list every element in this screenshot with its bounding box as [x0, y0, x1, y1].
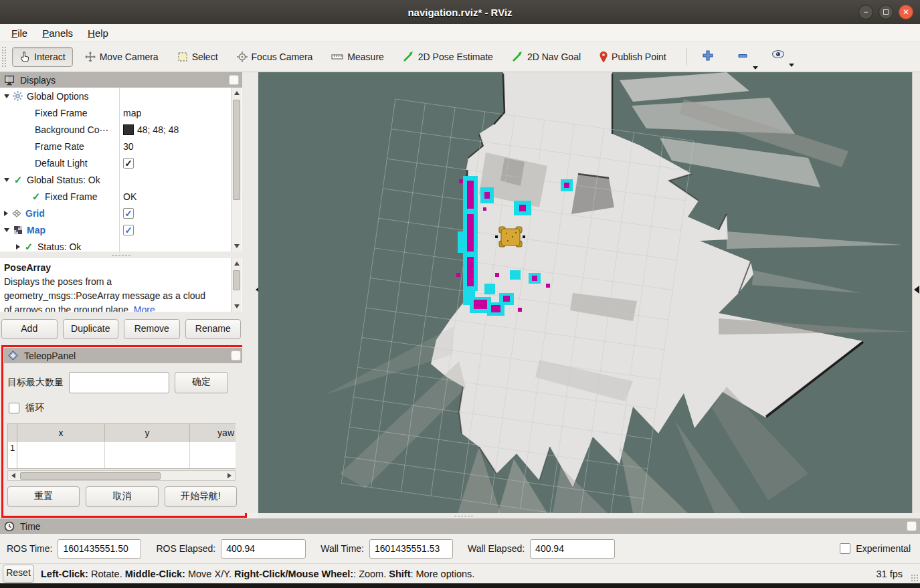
scroll-left-icon[interactable] [11, 473, 15, 478]
tool-focus-camera[interactable]: Focus Camera [230, 47, 320, 66]
scroll-thumb[interactable] [20, 472, 161, 480]
scroll-down-icon[interactable] [234, 244, 240, 248]
camera-view-button[interactable] [769, 47, 788, 64]
displays-panel-header[interactable]: Displays [0, 72, 242, 88]
description-title: PoseArray [4, 261, 226, 275]
tree-scrollbar[interactable] [231, 88, 242, 252]
tool-2d-nav-goal[interactable]: 2D Nav Goal [505, 47, 587, 66]
tool-interact[interactable]: Interact [12, 47, 73, 67]
zoom-out-button[interactable] [734, 47, 751, 67]
confirm-button[interactable]: 确定 [175, 372, 228, 393]
scroll-right-icon[interactable] [227, 473, 232, 478]
titlebar[interactable]: navigation.rviz* - RViz − ✕ [0, 0, 920, 24]
scroll-thumb[interactable] [233, 270, 240, 290]
tree-row-global-options[interactable]: Global Options [0, 88, 242, 104]
color-swatch[interactable] [123, 124, 134, 135]
tree-row-status-fixed-frame[interactable]: ✓ Fixed Frame OK [0, 188, 242, 205]
scroll-up-icon[interactable] [234, 262, 240, 266]
cancel-button[interactable]: 取消 [86, 486, 158, 507]
corner-header [8, 424, 17, 441]
panel-float-button[interactable] [907, 521, 917, 531]
maximize-button[interactable] [879, 5, 893, 19]
property-label: Fixed Frame [35, 108, 88, 118]
more-link[interactable]: More... [134, 304, 163, 312]
property-value[interactable]: 48; 48; 48 [137, 124, 179, 135]
tree-row-map-status[interactable]: ✓ Status: Ok [0, 238, 242, 252]
zoom-in-button[interactable] [699, 47, 717, 67]
remove-button[interactable]: Remove [124, 319, 180, 339]
panel-float-button[interactable] [231, 351, 241, 361]
tool-measure[interactable]: Measure [325, 47, 390, 66]
reset-goals-button[interactable]: 重置 [7, 486, 80, 507]
ros-time-input[interactable] [58, 539, 141, 559]
checkbox-default-light[interactable]: ✓ [123, 158, 134, 169]
dock-splitter-left[interactable] [242, 72, 258, 513]
tree-row-default-light[interactable]: Default Light ✓ [0, 155, 242, 171]
column-header-x[interactable]: x [17, 424, 105, 441]
add-button[interactable]: Add [1, 319, 58, 339]
experimental-checkbox[interactable] [840, 543, 850, 554]
tool-2d-pose-estimate[interactable]: 2D Pose Estimate [396, 47, 500, 66]
rename-button[interactable]: Rename [185, 319, 242, 339]
cell-x[interactable] [17, 442, 105, 468]
ros-elapsed-input[interactable] [221, 539, 306, 559]
property-value[interactable]: 30 [123, 141, 134, 152]
row-header[interactable]: 1 [8, 442, 17, 468]
checkbox-map[interactable]: ✓ [123, 225, 134, 235]
tree-row-fixed-frame[interactable]: Fixed Frame map [0, 104, 242, 121]
resize-grip[interactable] [911, 574, 919, 582]
expander-icon[interactable] [4, 211, 8, 216]
crosshair-icon [237, 52, 248, 62]
loop-checkbox[interactable] [9, 403, 19, 413]
menu-panels[interactable]: Panels [35, 26, 80, 40]
reset-button[interactable]: Reset [3, 565, 34, 583]
toolbar-drag-handle[interactable] [1, 46, 7, 68]
table-hscrollbar[interactable] [7, 470, 236, 481]
splitter-dots [111, 254, 131, 256]
menu-file[interactable]: File [4, 26, 35, 40]
scroll-down-icon[interactable] [234, 304, 240, 308]
time-panel-splitter[interactable] [258, 513, 920, 518]
duplicate-button[interactable]: Duplicate [63, 319, 119, 339]
expander-icon[interactable] [4, 178, 9, 182]
teleop-panel-header[interactable]: TeleopPanel [4, 348, 244, 363]
expander-icon[interactable] [4, 228, 9, 232]
tool-move-camera[interactable]: Move Camera [78, 47, 165, 66]
description-scrollbar[interactable] [231, 258, 242, 312]
minimize-button[interactable]: − [858, 5, 873, 19]
menu-help[interactable]: Help [80, 26, 116, 40]
max-goals-label: 目标最大数量 [7, 377, 64, 389]
max-goals-input[interactable] [69, 372, 169, 393]
wall-elapsed-input[interactable] [530, 539, 615, 559]
expander-icon[interactable] [16, 244, 20, 250]
tool-select[interactable]: Select [171, 47, 225, 66]
cell-y[interactable] [105, 442, 190, 468]
cell-yaw[interactable] [190, 442, 236, 468]
scroll-up-icon[interactable] [234, 91, 240, 95]
clock-icon [4, 521, 15, 532]
tree-row-map[interactable]: Map ✓ [0, 221, 242, 238]
expander-icon[interactable] [4, 94, 9, 98]
dropdown-caret-icon[interactable] [753, 66, 758, 70]
wall-time-input[interactable] [369, 539, 453, 559]
close-button[interactable]: ✕ [899, 5, 913, 19]
checkbox-grid[interactable]: ✓ [123, 208, 134, 219]
column-header-y[interactable]: y [105, 424, 190, 441]
start-navigation-button[interactable]: 开始导航! [165, 486, 237, 507]
dropdown-caret-icon[interactable] [789, 64, 794, 67]
display-name: Grid [25, 208, 45, 219]
panel-splitter[interactable] [0, 252, 242, 258]
panel-float-button[interactable] [229, 75, 239, 85]
tree-row-background-color[interactable]: Background Co⋯ 48; 48; 48 [0, 121, 242, 138]
property-value[interactable]: map [123, 108, 141, 118]
tree-row-global-status[interactable]: ✓ Global Status: Ok [0, 171, 242, 188]
scroll-thumb[interactable] [233, 100, 240, 200]
column-header-yaw[interactable]: yaw [190, 424, 236, 441]
dock-splitter-right[interactable] [912, 72, 920, 513]
tree-row-frame-rate[interactable]: Frame Rate 30 [0, 138, 242, 155]
time-panel-header[interactable]: Time [0, 518, 920, 534]
tree-row-grid[interactable]: Grid ✓ [0, 205, 242, 221]
tool-publish-point[interactable]: Publish Point [593, 47, 673, 67]
render-view[interactable] [258, 72, 912, 513]
collapse-right-icon[interactable] [914, 286, 919, 294]
